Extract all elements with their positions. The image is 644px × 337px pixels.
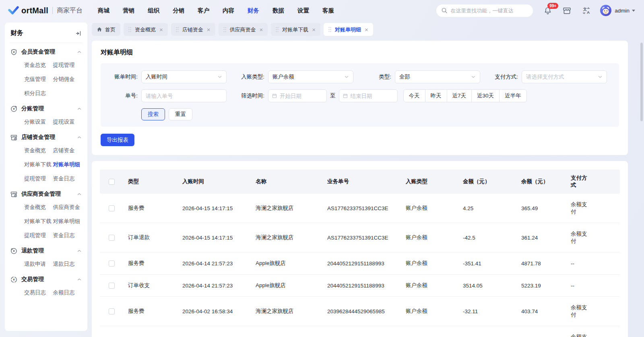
sidebar-item[interactable]: 资金日志 bbox=[53, 232, 82, 239]
language-switch-button[interactable]: 文 A bbox=[582, 6, 590, 15]
top-nav-item[interactable]: 分销 bbox=[173, 7, 184, 14]
export-report-button[interactable]: 导出报表 bbox=[101, 134, 134, 146]
sidebar-item[interactable]: 退款日志 bbox=[53, 261, 82, 268]
sidebar-item[interactable]: 对账单下载 bbox=[24, 161, 53, 168]
select-all-checkbox[interactable] bbox=[109, 179, 115, 185]
sidebar-item[interactable]: 提现设置 bbox=[53, 118, 82, 126]
pay-method-select[interactable]: 请选择支付方式 bbox=[522, 70, 607, 83]
close-icon[interactable]: × bbox=[260, 27, 263, 33]
quick-range-button[interactable]: 近半年 bbox=[499, 89, 527, 102]
page-title: 对账单明细 bbox=[101, 48, 619, 57]
sidebar-item[interactable]: 分账设置 bbox=[24, 118, 53, 126]
svg-text:¥: ¥ bbox=[13, 278, 15, 281]
sidebar-item[interactable]: 提现管理 bbox=[24, 175, 53, 182]
tab-item[interactable]: 对账单下载× bbox=[271, 23, 320, 36]
close-icon[interactable]: × bbox=[159, 27, 163, 33]
shop-icon: ¥ bbox=[10, 134, 17, 141]
row-checkbox[interactable] bbox=[109, 205, 115, 211]
brand-suffix: 商家平台 bbox=[57, 6, 83, 15]
close-icon[interactable]: × bbox=[312, 27, 316, 33]
row-checkbox[interactable] bbox=[109, 308, 115, 314]
tab-item[interactable]: 供应商资金× bbox=[219, 23, 268, 36]
sidebar-item[interactable]: 资金概览 bbox=[24, 204, 53, 211]
top-nav-item[interactable]: 客服 bbox=[322, 7, 334, 14]
top-nav-item[interactable]: 财务 bbox=[248, 7, 259, 14]
sidebar-item[interactable]: 余额日志 bbox=[53, 289, 82, 296]
sidebar-collapse-icon[interactable] bbox=[75, 30, 82, 37]
table-cell-spacer bbox=[595, 297, 620, 326]
sidebar-item[interactable]: 资金概览 bbox=[24, 147, 53, 154]
sidebar-item[interactable]: 资金日志 bbox=[53, 175, 82, 182]
sidebar-section-header[interactable]: ¥分账管理 bbox=[10, 105, 82, 112]
end-date-input[interactable] bbox=[339, 89, 398, 102]
close-icon[interactable]: × bbox=[207, 27, 211, 33]
global-search[interactable] bbox=[436, 4, 533, 17]
quick-range-button[interactable]: 昨天 bbox=[425, 89, 447, 102]
row-checkbox[interactable] bbox=[109, 235, 115, 241]
sidebar-item[interactable]: 分销佣金 bbox=[53, 76, 82, 83]
quick-range-button[interactable]: 今天 bbox=[403, 89, 425, 102]
sidebar-item[interactable]: 店铺资金 bbox=[53, 147, 82, 154]
bill-time-select[interactable]: 入账时间 bbox=[141, 70, 227, 83]
close-icon[interactable]: × bbox=[365, 27, 368, 33]
reset-button[interactable]: 重置 bbox=[169, 108, 192, 120]
sidebar-item[interactable]: 退款申请 bbox=[24, 261, 53, 268]
quick-range-button[interactable]: 近7天 bbox=[447, 89, 472, 102]
tab-item[interactable]: 资金概览× bbox=[124, 23, 168, 36]
sidebar-item[interactable]: 提现管理 bbox=[24, 232, 53, 239]
user-menu[interactable]: admin bbox=[600, 5, 635, 16]
top-nav-item[interactable]: 商城 bbox=[98, 7, 109, 14]
svg-text:¥: ¥ bbox=[13, 249, 15, 253]
notifications-button[interactable]: 99+ bbox=[544, 6, 552, 15]
sidebar-section-header[interactable]: ¥会员资金管理 bbox=[10, 48, 82, 56]
row-select-cell bbox=[100, 297, 128, 326]
sidebar-item[interactable]: 交易日志 bbox=[24, 289, 53, 296]
sidebar-item[interactable]: 提现管理 bbox=[53, 62, 82, 69]
sidebar-item[interactable]: 对账单明细 bbox=[53, 218, 82, 225]
time-range-label: 筛选时间: bbox=[235, 92, 264, 99]
tab-item[interactable]: 对账单明细× bbox=[324, 23, 373, 36]
sidebar-section-header[interactable]: ¥退款管理 bbox=[10, 247, 82, 254]
sidebar-section-header[interactable]: ¥供应商资金管理 bbox=[10, 190, 82, 198]
type-select[interactable]: 全部 bbox=[395, 70, 480, 83]
quick-range-button[interactable]: 近30天 bbox=[471, 89, 500, 102]
search-button[interactable]: 搜索 bbox=[141, 108, 165, 120]
sidebar-item[interactable]: 资金总览 bbox=[24, 62, 53, 69]
tab-home[interactable]: 首页 bbox=[92, 23, 120, 36]
logo-divider bbox=[52, 7, 53, 14]
store-button[interactable] bbox=[563, 6, 571, 15]
order-no-input[interactable] bbox=[141, 89, 227, 102]
tab-bar: 首页资金概览×店铺资金×供应商资金×对账单下载×对账单明细× bbox=[92, 23, 628, 36]
sidebar-section: ¥交易管理交易日志余额日志 bbox=[10, 276, 82, 299]
chevron-down-icon bbox=[471, 74, 476, 79]
sidebar-item[interactable]: 供应商资金 bbox=[53, 204, 82, 211]
sidebar-item[interactable]: 充值管理 bbox=[24, 76, 53, 83]
shop-icon: ¥ bbox=[10, 191, 17, 198]
top-nav-item[interactable]: 数据 bbox=[272, 7, 284, 14]
top-nav-item[interactable]: 组织 bbox=[148, 7, 159, 14]
table-row: 服务费2026-04-02 16:58:34海澜之家旗舰店20396284445… bbox=[100, 297, 620, 326]
sidebar-item[interactable]: 对账单明细 bbox=[53, 161, 82, 168]
sidebar-item[interactable]: 积分日志 bbox=[24, 90, 53, 97]
row-checkbox[interactable] bbox=[109, 283, 115, 289]
drag-handle-icon bbox=[128, 27, 131, 32]
top-nav-item[interactable]: 设置 bbox=[297, 7, 309, 14]
top-nav-item[interactable]: 客户 bbox=[198, 7, 209, 14]
start-date-field[interactable] bbox=[280, 93, 323, 99]
start-date-input[interactable] bbox=[268, 89, 327, 102]
brand-logo: ortMall 商家平台 bbox=[8, 6, 83, 15]
column-header: 业务单号 bbox=[327, 170, 406, 194]
row-checkbox[interactable] bbox=[109, 261, 115, 267]
search-input[interactable] bbox=[450, 8, 527, 14]
sidebar-sections: ¥会员资金管理资金总览提现管理充值管理分销佣金积分日志¥分账管理分账设置提现设置… bbox=[10, 48, 82, 299]
top-nav-item[interactable]: 营销 bbox=[123, 7, 134, 14]
scrollbar[interactable] bbox=[640, 43, 643, 121]
sidebar-section-header[interactable]: ¥交易管理 bbox=[10, 276, 82, 283]
end-date-field[interactable] bbox=[350, 93, 393, 99]
entry-type-select[interactable]: 账户余额 bbox=[268, 70, 353, 83]
sidebar-item[interactable]: 对账单下载 bbox=[24, 218, 53, 225]
tab-item[interactable]: 店铺资金× bbox=[171, 23, 215, 36]
row-select-cell bbox=[100, 326, 128, 337]
top-nav-item[interactable]: 内容 bbox=[223, 7, 234, 14]
sidebar-section-header[interactable]: ¥店铺资金管理 bbox=[10, 134, 82, 141]
